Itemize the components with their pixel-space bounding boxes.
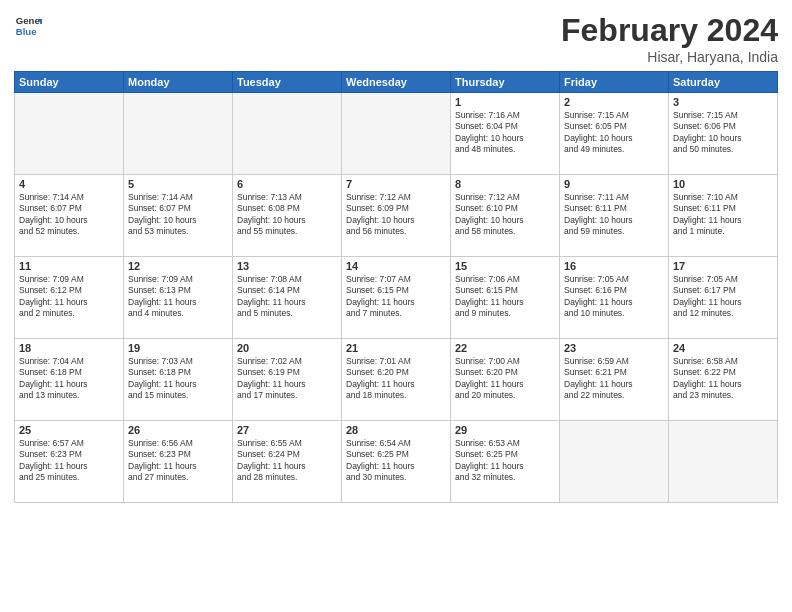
day-number: 1 — [455, 96, 555, 108]
day-number: 21 — [346, 342, 446, 354]
day-cell: 17Sunrise: 7:05 AM Sunset: 6:17 PM Dayli… — [669, 257, 778, 339]
day-cell: 2Sunrise: 7:15 AM Sunset: 6:05 PM Daylig… — [560, 93, 669, 175]
day-info: Sunrise: 6:58 AM Sunset: 6:22 PM Dayligh… — [673, 356, 773, 402]
day-info: Sunrise: 7:08 AM Sunset: 6:14 PM Dayligh… — [237, 274, 337, 320]
day-cell: 18Sunrise: 7:04 AM Sunset: 6:18 PM Dayli… — [15, 339, 124, 421]
day-cell — [342, 93, 451, 175]
week-row-2: 4Sunrise: 7:14 AM Sunset: 6:07 PM Daylig… — [15, 175, 778, 257]
day-cell: 11Sunrise: 7:09 AM Sunset: 6:12 PM Dayli… — [15, 257, 124, 339]
day-cell: 12Sunrise: 7:09 AM Sunset: 6:13 PM Dayli… — [124, 257, 233, 339]
day-cell: 15Sunrise: 7:06 AM Sunset: 6:15 PM Dayli… — [451, 257, 560, 339]
day-info: Sunrise: 7:06 AM Sunset: 6:15 PM Dayligh… — [455, 274, 555, 320]
day-number: 26 — [128, 424, 228, 436]
day-info: Sunrise: 6:57 AM Sunset: 6:23 PM Dayligh… — [19, 438, 119, 484]
day-info: Sunrise: 7:10 AM Sunset: 6:11 PM Dayligh… — [673, 192, 773, 238]
day-info: Sunrise: 7:05 AM Sunset: 6:16 PM Dayligh… — [564, 274, 664, 320]
day-info: Sunrise: 6:59 AM Sunset: 6:21 PM Dayligh… — [564, 356, 664, 402]
day-number: 8 — [455, 178, 555, 190]
day-number: 23 — [564, 342, 664, 354]
day-number: 18 — [19, 342, 119, 354]
calendar-table: Sunday Monday Tuesday Wednesday Thursday… — [14, 71, 778, 503]
day-cell: 27Sunrise: 6:55 AM Sunset: 6:24 PM Dayli… — [233, 421, 342, 503]
day-info: Sunrise: 6:55 AM Sunset: 6:24 PM Dayligh… — [237, 438, 337, 484]
day-number: 28 — [346, 424, 446, 436]
day-cell: 10Sunrise: 7:10 AM Sunset: 6:11 PM Dayli… — [669, 175, 778, 257]
day-info: Sunrise: 7:09 AM Sunset: 6:12 PM Dayligh… — [19, 274, 119, 320]
day-number: 15 — [455, 260, 555, 272]
day-cell: 9Sunrise: 7:11 AM Sunset: 6:11 PM Daylig… — [560, 175, 669, 257]
day-number: 25 — [19, 424, 119, 436]
col-thursday: Thursday — [451, 72, 560, 93]
day-info: Sunrise: 7:14 AM Sunset: 6:07 PM Dayligh… — [19, 192, 119, 238]
day-info: Sunrise: 7:15 AM Sunset: 6:06 PM Dayligh… — [673, 110, 773, 156]
day-number: 2 — [564, 96, 664, 108]
day-cell: 21Sunrise: 7:01 AM Sunset: 6:20 PM Dayli… — [342, 339, 451, 421]
day-info: Sunrise: 6:56 AM Sunset: 6:23 PM Dayligh… — [128, 438, 228, 484]
week-row-5: 25Sunrise: 6:57 AM Sunset: 6:23 PM Dayli… — [15, 421, 778, 503]
day-number: 22 — [455, 342, 555, 354]
day-info: Sunrise: 7:12 AM Sunset: 6:10 PM Dayligh… — [455, 192, 555, 238]
day-number: 3 — [673, 96, 773, 108]
day-info: Sunrise: 7:04 AM Sunset: 6:18 PM Dayligh… — [19, 356, 119, 402]
day-cell: 24Sunrise: 6:58 AM Sunset: 6:22 PM Dayli… — [669, 339, 778, 421]
day-cell: 19Sunrise: 7:03 AM Sunset: 6:18 PM Dayli… — [124, 339, 233, 421]
day-cell: 13Sunrise: 7:08 AM Sunset: 6:14 PM Dayli… — [233, 257, 342, 339]
day-number: 4 — [19, 178, 119, 190]
day-number: 17 — [673, 260, 773, 272]
week-row-1: 1Sunrise: 7:16 AM Sunset: 6:04 PM Daylig… — [15, 93, 778, 175]
day-cell: 20Sunrise: 7:02 AM Sunset: 6:19 PM Dayli… — [233, 339, 342, 421]
svg-text:General: General — [16, 15, 42, 26]
day-info: Sunrise: 7:02 AM Sunset: 6:19 PM Dayligh… — [237, 356, 337, 402]
day-info: Sunrise: 7:14 AM Sunset: 6:07 PM Dayligh… — [128, 192, 228, 238]
day-info: Sunrise: 7:09 AM Sunset: 6:13 PM Dayligh… — [128, 274, 228, 320]
svg-text:Blue: Blue — [16, 26, 37, 37]
day-info: Sunrise: 7:00 AM Sunset: 6:20 PM Dayligh… — [455, 356, 555, 402]
day-number: 7 — [346, 178, 446, 190]
day-cell: 29Sunrise: 6:53 AM Sunset: 6:25 PM Dayli… — [451, 421, 560, 503]
day-number: 14 — [346, 260, 446, 272]
col-saturday: Saturday — [669, 72, 778, 93]
col-friday: Friday — [560, 72, 669, 93]
day-cell: 23Sunrise: 6:59 AM Sunset: 6:21 PM Dayli… — [560, 339, 669, 421]
day-cell: 7Sunrise: 7:12 AM Sunset: 6:09 PM Daylig… — [342, 175, 451, 257]
day-cell: 22Sunrise: 7:00 AM Sunset: 6:20 PM Dayli… — [451, 339, 560, 421]
day-number: 19 — [128, 342, 228, 354]
col-tuesday: Tuesday — [233, 72, 342, 93]
day-cell: 16Sunrise: 7:05 AM Sunset: 6:16 PM Dayli… — [560, 257, 669, 339]
day-cell: 28Sunrise: 6:54 AM Sunset: 6:25 PM Dayli… — [342, 421, 451, 503]
day-cell — [560, 421, 669, 503]
month-title: February 2024 — [561, 12, 778, 49]
logo: General Blue — [14, 12, 42, 40]
day-cell: 1Sunrise: 7:16 AM Sunset: 6:04 PM Daylig… — [451, 93, 560, 175]
day-number: 20 — [237, 342, 337, 354]
header-row: Sunday Monday Tuesday Wednesday Thursday… — [15, 72, 778, 93]
day-cell — [15, 93, 124, 175]
day-info: Sunrise: 7:16 AM Sunset: 6:04 PM Dayligh… — [455, 110, 555, 156]
day-number: 5 — [128, 178, 228, 190]
day-number: 27 — [237, 424, 337, 436]
day-number: 13 — [237, 260, 337, 272]
day-cell: 6Sunrise: 7:13 AM Sunset: 6:08 PM Daylig… — [233, 175, 342, 257]
col-sunday: Sunday — [15, 72, 124, 93]
day-number: 6 — [237, 178, 337, 190]
day-info: Sunrise: 7:01 AM Sunset: 6:20 PM Dayligh… — [346, 356, 446, 402]
day-number: 16 — [564, 260, 664, 272]
day-info: Sunrise: 7:12 AM Sunset: 6:09 PM Dayligh… — [346, 192, 446, 238]
title-block: February 2024 Hisar, Haryana, India — [561, 12, 778, 65]
location: Hisar, Haryana, India — [561, 49, 778, 65]
day-cell: 26Sunrise: 6:56 AM Sunset: 6:23 PM Dayli… — [124, 421, 233, 503]
day-info: Sunrise: 7:07 AM Sunset: 6:15 PM Dayligh… — [346, 274, 446, 320]
day-cell: 14Sunrise: 7:07 AM Sunset: 6:15 PM Dayli… — [342, 257, 451, 339]
day-cell: 4Sunrise: 7:14 AM Sunset: 6:07 PM Daylig… — [15, 175, 124, 257]
day-number: 29 — [455, 424, 555, 436]
calendar-page: General Blue February 2024 Hisar, Haryan… — [0, 0, 792, 612]
day-cell: 25Sunrise: 6:57 AM Sunset: 6:23 PM Dayli… — [15, 421, 124, 503]
day-number: 24 — [673, 342, 773, 354]
day-cell: 8Sunrise: 7:12 AM Sunset: 6:10 PM Daylig… — [451, 175, 560, 257]
col-monday: Monday — [124, 72, 233, 93]
day-cell — [233, 93, 342, 175]
day-info: Sunrise: 7:15 AM Sunset: 6:05 PM Dayligh… — [564, 110, 664, 156]
day-cell: 5Sunrise: 7:14 AM Sunset: 6:07 PM Daylig… — [124, 175, 233, 257]
week-row-3: 11Sunrise: 7:09 AM Sunset: 6:12 PM Dayli… — [15, 257, 778, 339]
day-cell — [669, 421, 778, 503]
